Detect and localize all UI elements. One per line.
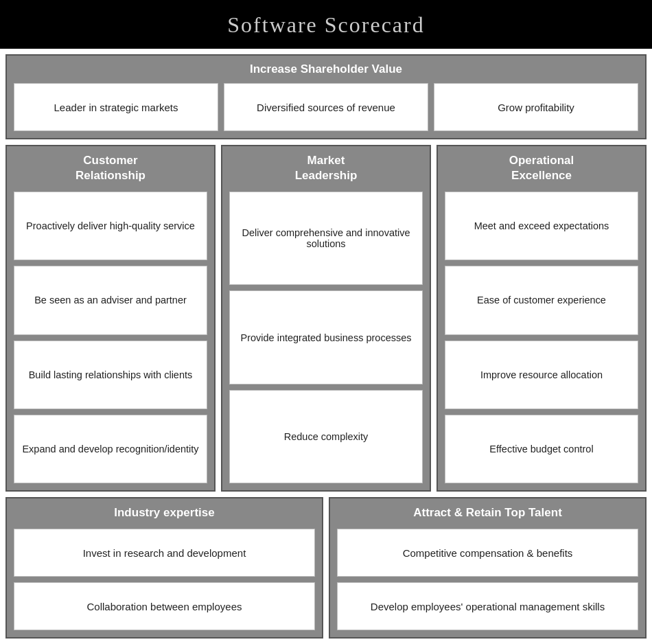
col-market-cards: Deliver comprehensive and innovative sol…: [229, 192, 423, 483]
ie-card-0: Invest in research and development: [14, 529, 315, 577]
oe-card-3: Effective budget control: [445, 415, 638, 483]
ml-card-2: Reduce complexity: [229, 390, 423, 483]
col-industry-expertise: Industry expertise Invest in research an…: [5, 497, 323, 639]
shareholder-card-0: Leader in strategic markets: [14, 83, 218, 131]
ar-card-1: Develop employees' operational managemen…: [337, 582, 638, 630]
col-operational-excellence: OperationalExcellence Meet and exceed ex…: [436, 145, 647, 492]
oe-card-0: Meet and exceed expectations: [445, 192, 638, 260]
oe-card-1: Ease of customer experience: [445, 266, 638, 334]
col-operational-cards: Meet and exceed expectations Ease of cus…: [445, 192, 638, 483]
page-title: Software Scorecard: [0, 0, 652, 49]
middle-row: CustomerRelationship Proactively deliver…: [5, 145, 647, 492]
cr-card-1: Be seen as an adviser and partner: [14, 266, 207, 334]
ie-card-1: Collaboration between employees: [14, 582, 315, 630]
bottom-row: Industry expertise Invest in research an…: [5, 497, 647, 639]
col-market-leadership: MarketLeadership Deliver comprehensive a…: [221, 145, 431, 492]
cr-card-0: Proactively deliver high-quality service: [14, 192, 207, 260]
col-industry-header: Industry expertise: [14, 505, 315, 520]
ml-card-0: Deliver comprehensive and innovative sol…: [229, 192, 423, 285]
shareholder-header: Increase Shareholder Value: [14, 62, 638, 76]
col-operational-header: OperationalExcellence: [445, 153, 638, 183]
col-market-header: MarketLeadership: [229, 153, 423, 183]
shareholder-cards-row: Leader in strategic markets Diversified …: [14, 83, 638, 131]
ml-card-1: Provide integrated business processes: [229, 290, 423, 384]
col-customer-cards: Proactively deliver high-quality service…: [14, 192, 207, 483]
col-customer-header: CustomerRelationship: [14, 153, 207, 183]
oe-card-2: Improve resource allocation: [445, 341, 638, 409]
cr-card-2: Build lasting relationships with clients: [14, 341, 207, 409]
col-customer-relationship: CustomerRelationship Proactively deliver…: [5, 145, 216, 492]
col-attract-header: Attract & Retain Top Talent: [337, 505, 638, 520]
shareholder-section: Increase Shareholder Value Leader in str…: [5, 54, 647, 139]
col-attract-retain: Attract & Retain Top Talent Competitive …: [329, 497, 647, 639]
page-wrapper: Software Scorecard Increase Shareholder …: [0, 0, 652, 644]
cr-card-3: Expand and develop recognition/identity: [14, 415, 207, 483]
ar-card-0: Competitive compensation & benefits: [337, 529, 638, 577]
shareholder-card-2: Grow profitability: [434, 83, 638, 131]
shareholder-card-1: Diversified sources of revenue: [224, 83, 428, 131]
